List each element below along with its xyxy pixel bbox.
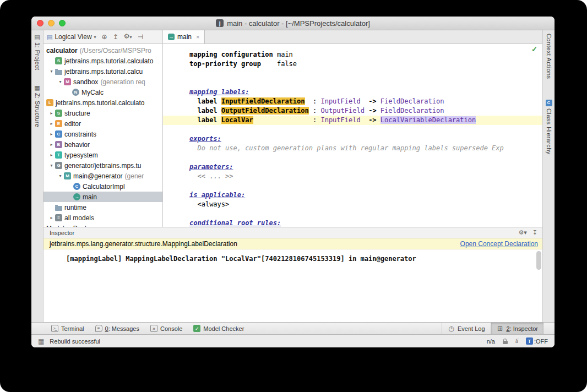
- tree-row[interactable]: ▸Eeditor: [44, 118, 162, 129]
- tree-item-label: all models: [64, 214, 94, 222]
- code-segment: mapping configuration: [189, 51, 273, 58]
- typesystem-aspect-icon: T: [55, 151, 62, 159]
- model-checker-button[interactable]: ✓Model Checker: [188, 323, 249, 334]
- tree-row[interactable]: Modules Pool: [44, 223, 162, 227]
- editor[interactable]: mapping configuration maintop-priority g…: [163, 44, 542, 227]
- tool-tab-class-hierarchy[interactable]: C Class Hierarchy: [543, 100, 555, 155]
- expand-arrow-closed-icon[interactable]: ▸: [48, 121, 55, 126]
- code-segment: is applicable:: [189, 191, 245, 199]
- code-line[interactable]: [163, 69, 542, 78]
- concept-bar: jetbrains.mps.lang.generator.structure.M…: [44, 238, 542, 249]
- code-line[interactable]: label OutputFieldDeclaration : OutputFie…: [163, 106, 542, 116]
- code-line[interactable]: [163, 153, 542, 162]
- hide-panel-icon[interactable]: ⊣: [137, 34, 143, 40]
- tree-item-label: jetbrains.mps.tutorial.calculato: [64, 57, 153, 65]
- tree-item-suffix: (/Users/Oscar/MSPSPro: [80, 47, 151, 55]
- code-line[interactable]: conditional root rules:: [163, 219, 542, 227]
- code-segment: FieldDeclaration: [381, 97, 444, 105]
- tool-tab-context-actions[interactable]: Context Actions: [543, 34, 555, 79]
- tree-row[interactable]: ▾Ggenerator/jetbrains.mps.tu: [44, 160, 162, 171]
- tree-row[interactable]: ▸Cconstraints: [44, 129, 162, 139]
- close-tab-icon[interactable]: ×: [196, 34, 199, 40]
- code-line-current[interactable]: label LocalVar : InputField -> LocalVari…: [163, 116, 542, 125]
- tree-row[interactable]: ▾Mmain@generator(gener: [44, 171, 162, 181]
- tree-row[interactable]: ▸Ttypesystem: [44, 150, 162, 160]
- tree-row[interactable]: ▾Msandbox(generation req: [44, 77, 162, 87]
- tool-buttons-left: >_Terminal≡0: Messages»Console✓Model Che…: [31, 323, 249, 334]
- toolwindow-switcher-icon[interactable]: ▦: [38, 337, 44, 345]
- expand-arrow-closed-icon[interactable]: ▸: [48, 111, 55, 116]
- code-line[interactable]: exports:: [163, 134, 542, 144]
- code-segment: InputField: [320, 116, 360, 124]
- messages-button[interactable]: ≡0: Messages: [90, 323, 145, 334]
- tree-row[interactable]: CCalculatorImpl: [44, 181, 162, 192]
- view-mode-selector[interactable]: ▤ Logical View ▾: [47, 33, 96, 41]
- expand-arrow-open-icon[interactable]: ▾: [48, 163, 55, 168]
- code-line[interactable]: label InputFieldDeclaration : InputField…: [163, 97, 542, 106]
- inspector-button[interactable]: ⊞2: Inspector: [491, 323, 543, 334]
- code-line[interactable]: [163, 181, 542, 190]
- code-line[interactable]: top-priority group false: [163, 59, 542, 69]
- gear-icon[interactable]: ⚙▾: [124, 33, 132, 41]
- typesystem-toggle[interactable]: T :OFF: [526, 337, 548, 345]
- code-line[interactable]: <always>: [163, 200, 542, 209]
- titlebar[interactable]: j main - calculator - [~/MPSProjects/cal…: [31, 17, 555, 30]
- code-line[interactable]: mapping labels:: [163, 88, 542, 97]
- expand-arrow-closed-icon[interactable]: ▸: [48, 153, 55, 157]
- code-line[interactable]: [163, 125, 542, 134]
- expand-arrow-open-icon[interactable]: ▾: [57, 79, 64, 84]
- locate-icon[interactable]: ⊕: [102, 34, 107, 40]
- tool-tab-structure-label: Z: Structure: [34, 93, 41, 127]
- collapse-all-icon[interactable]: ↥: [113, 34, 118, 40]
- inspector-hide-icon[interactable]: ↧: [532, 229, 537, 236]
- tree-row[interactable]: Ljetbrains.mps.tutorial.calculato: [44, 97, 162, 108]
- expand-arrow-closed-icon[interactable]: ▸: [48, 142, 55, 147]
- code-line[interactable]: mapping configuration main: [163, 50, 542, 59]
- expand-arrow-closed-icon[interactable]: ▸: [48, 215, 55, 220]
- tree-item-label: MyCalc: [81, 89, 104, 96]
- code-segment: top-priority group: [189, 60, 261, 68]
- event-log-button[interactable]: ◷Event Log: [442, 323, 491, 334]
- tree-row[interactable]: ▸≡all models: [44, 213, 162, 223]
- tool-tab-project[interactable]: ▤ 1: Project: [31, 34, 43, 70]
- tree-row[interactable]: ▸Sstructure: [44, 108, 162, 118]
- highlighting-level-icon[interactable]: ti: [515, 338, 518, 344]
- tool-tab-structure[interactable]: ▦ Z: Structure: [31, 84, 43, 127]
- mps-window: j main - calculator - [~/MPSProjects/cal…: [31, 17, 555, 347]
- code-segment: [361, 97, 368, 105]
- code-line[interactable]: [163, 209, 542, 219]
- tree-item-suffix: (gener: [125, 172, 144, 180]
- behavior-aspect-icon: B: [55, 141, 62, 148]
- tool-buttons-right: ◷Event Log⊞2: Inspector: [442, 323, 543, 334]
- code-line[interactable]: [163, 78, 542, 88]
- inspector-settings-icon[interactable]: ⚙▾: [518, 229, 526, 236]
- tree-row[interactable]: ▾jetbrains.mps.tutorial.calcu: [44, 66, 162, 77]
- lock-icon[interactable]: [503, 341, 508, 344]
- tree-row[interactable]: runtime: [44, 202, 162, 213]
- code-segment: label: [197, 116, 221, 124]
- code-line[interactable]: is applicable:: [163, 190, 542, 200]
- tree-row[interactable]: NMyCalc: [44, 87, 162, 97]
- code-segment: Do not use, custom generation plans with…: [197, 144, 503, 152]
- code-line[interactable]: parameters:: [163, 162, 542, 172]
- tree-row[interactable]: ▸Bbehavior: [44, 139, 162, 150]
- open-concept-declaration-link[interactable]: Open Concept Declaration: [460, 240, 538, 248]
- expand-arrow-open-icon[interactable]: ▾: [57, 173, 64, 178]
- terminal-button[interactable]: >_Terminal: [46, 323, 90, 334]
- inspector-node-text: [mappingLabel] MappingLabelDeclaration "…: [66, 255, 416, 263]
- tree-row[interactable]: calculator(/Users/Oscar/MSPSPro: [44, 45, 162, 56]
- expand-arrow-open-icon[interactable]: ▾: [48, 69, 55, 74]
- code-segment: OutputField: [320, 107, 364, 115]
- tree-item-label: main@generator: [73, 172, 123, 180]
- tree-row[interactable]: →main: [44, 192, 162, 202]
- app-icon: j: [216, 19, 224, 27]
- inspector-content[interactable]: [mappingLabel] MappingLabelDeclaration "…: [44, 249, 542, 322]
- scrollbar-thumb[interactable]: [536, 251, 541, 270]
- editor-tab-main[interactable]: → main ×: [163, 30, 205, 43]
- tree-row[interactable]: Sjetbrains.mps.tutorial.calculato: [44, 56, 162, 66]
- code-line[interactable]: << ... >>: [163, 172, 542, 181]
- expand-arrow-closed-icon[interactable]: ▸: [48, 132, 55, 137]
- code-line[interactable]: Do not use, custom generation plans with…: [163, 144, 542, 153]
- console-button[interactable]: »Console: [145, 323, 188, 334]
- code-segment: ->: [368, 97, 381, 105]
